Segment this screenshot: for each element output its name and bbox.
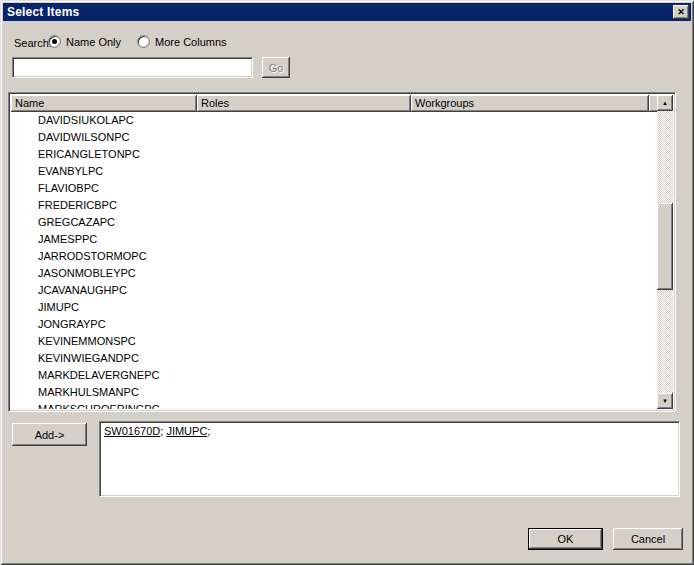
ok-button[interactable]: OK (528, 528, 603, 550)
list-item[interactable]: JIMUPC (11, 299, 657, 316)
add-button-label: Add-> (35, 429, 65, 441)
list-body: DAVIDSIUKOLAPCDAVIDWILSONPCERICANGLETONP… (11, 112, 657, 409)
list-item[interactable]: ERICANGLETONPC (11, 146, 657, 163)
list-item[interactable]: JASONMOBLEYPC (11, 265, 657, 282)
scroll-up-icon: ▲ (662, 100, 668, 106)
radio-name-only[interactable]: Name Only (48, 35, 121, 48)
column-header-name[interactable]: Name (11, 95, 197, 112)
list-item[interactable]: FLAVIOBPC (11, 180, 657, 197)
go-button[interactable]: Go (262, 57, 290, 78)
radio-label: Name Only (66, 36, 121, 48)
list-inner: Name Roles Workgroups DAVIDSIUKOLAPCDAVI… (11, 95, 673, 409)
select-items-dialog: Select Items ✕ Search: Name OnlyMore Col… (0, 0, 694, 565)
list-item[interactable]: JCAVANAUGHPC (11, 282, 657, 299)
recipient-entry[interactable]: JIMUPC (166, 425, 207, 437)
list-item[interactable]: EVANBYLPC (11, 163, 657, 180)
column-header-workgroups[interactable]: Workgroups (411, 95, 649, 112)
items-list: Name Roles Workgroups DAVIDSIUKOLAPCDAVI… (8, 92, 676, 412)
search-input[interactable] (12, 57, 253, 78)
titlebar[interactable]: Select Items (3, 3, 691, 21)
vertical-scrollbar[interactable]: ▲ ▼ (657, 95, 673, 409)
list-item[interactable]: KEVINWIEGANDPC (11, 350, 657, 367)
list-item[interactable]: JONGRAYPC (11, 316, 657, 333)
recipients-field[interactable]: SW01670D; JIMUPC; (99, 421, 680, 497)
close-button[interactable]: ✕ (673, 5, 689, 19)
radio-button-icon (48, 35, 61, 48)
close-icon: ✕ (677, 7, 685, 17)
scroll-down-button[interactable]: ▼ (657, 393, 673, 409)
search-options: Name OnlyMore Columns (48, 35, 243, 48)
list-item[interactable]: JARRODSTORMOPC (11, 248, 657, 265)
column-header-roles[interactable]: Roles (197, 95, 411, 112)
radio-more-columns[interactable]: More Columns (137, 35, 227, 48)
go-button-label: Go (269, 62, 284, 74)
list-header: Name Roles Workgroups (11, 95, 673, 112)
list-item[interactable]: MARKSCHROERINGPC (11, 401, 657, 409)
search-label: Search: (14, 37, 52, 49)
scroll-down-icon: ▼ (662, 398, 668, 404)
add-button[interactable]: Add-> (12, 423, 87, 446)
cancel-button[interactable]: Cancel (613, 528, 683, 550)
list-item[interactable]: FREDERICBPC (11, 197, 657, 214)
scroll-up-button[interactable]: ▲ (657, 95, 673, 111)
list-item[interactable]: JAMESPPC (11, 231, 657, 248)
recipient-entry[interactable]: SW01670D (104, 425, 160, 437)
ok-button-label: OK (558, 533, 574, 545)
cancel-button-label: Cancel (631, 533, 665, 545)
scrollbar-thumb[interactable] (657, 203, 673, 290)
list-item[interactable]: KEVINEMMONSPC (11, 333, 657, 350)
list-item[interactable]: DAVIDSIUKOLAPC (11, 112, 657, 129)
list-item[interactable]: MARKDELAVERGNEPC (11, 367, 657, 384)
list-item[interactable]: MARKHULSMANPC (11, 384, 657, 401)
recipients-content: SW01670D; JIMUPC; (100, 422, 679, 440)
list-item[interactable]: GREGCAZAPC (11, 214, 657, 231)
radio-button-icon (137, 35, 150, 48)
radio-label: More Columns (155, 36, 227, 48)
list-item[interactable]: DAVIDWILSONPC (11, 129, 657, 146)
window-title: Select Items (3, 5, 79, 19)
